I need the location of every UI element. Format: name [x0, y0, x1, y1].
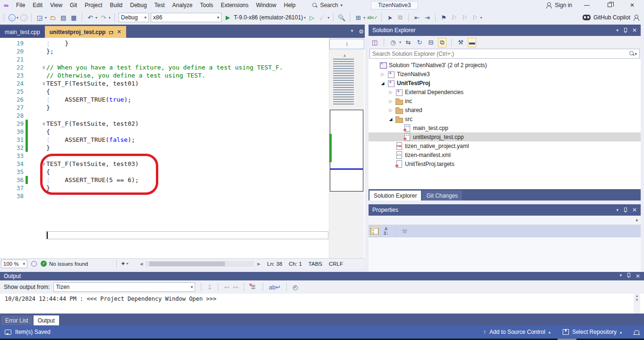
previous-message-icon[interactable]: ↤ [224, 284, 229, 291]
hscroll-thumb[interactable] [149, 262, 225, 266]
tab-git-changes[interactable]: Git Changes [422, 191, 462, 201]
fold-collapse-icon[interactable]: ∨ [30, 120, 46, 128]
tree-item-main-test-cpp[interactable]: main_test.cpp [369, 123, 641, 132]
properties-title-bar[interactable]: Properties ▾ ✕ [369, 204, 641, 216]
output-vertical-scrollbar[interactable]: ▲ ▼ [634, 294, 640, 314]
sign-in-button[interactable]: Sign in [546, 2, 572, 9]
output-log[interactable]: 10/8/2024 12:44:44 PM : <<< Project Depe… [0, 294, 644, 314]
tree-expander-icon[interactable]: ▷ [380, 72, 385, 77]
property-pages-wrench-icon[interactable]: ⚒ [400, 227, 409, 236]
sync-with-active-document-icon[interactable]: ⇆ [404, 38, 412, 47]
categorized-view-icon[interactable] [370, 227, 379, 236]
hscroll-right-arrow[interactable]: ▶ [257, 262, 260, 266]
tree-expander-icon[interactable]: ▷ [388, 108, 393, 113]
fold-collapse-icon[interactable]: ∨ [30, 63, 46, 71]
scroll-up-icon[interactable]: ▲ [343, 53, 347, 58]
menu-item-project[interactable]: Project [81, 1, 106, 9]
start-without-debug-button[interactable]: ▷ [308, 13, 316, 22]
code-line-24[interactable]: 24∨TEST_F(TestSuite, test01) [0, 79, 329, 87]
panel-splitter[interactable] [365, 25, 369, 269]
tab-unittestproj-test-cpp[interactable]: unittestproj_test.cpp ✕ [45, 26, 126, 38]
github-copilot-button[interactable]: GitHub Copilot [583, 14, 644, 21]
clear-all-icon[interactable] [250, 284, 257, 290]
solution-search-input[interactable] [372, 51, 629, 57]
issues-status[interactable]: No issues found [49, 261, 88, 267]
start-debug-button[interactable]: ▶ [223, 13, 232, 22]
open-file-button[interactable]: 🗀 [49, 13, 57, 22]
tree-item-shared[interactable]: ▷shared [369, 105, 641, 114]
feedback-bubble-icon[interactable] [5, 330, 11, 335]
bookmark-prev-icon[interactable]: ⚐ [450, 13, 458, 22]
bookmark-toggle-icon[interactable]: ⚑ [439, 13, 448, 22]
search-options-dropdown[interactable]: ▾ [635, 52, 637, 56]
fold-collapse-icon[interactable]: ∨ [30, 79, 46, 87]
menu-item-window[interactable]: Window [252, 1, 280, 9]
platform-dropdown[interactable]: x86 ▾ [151, 13, 222, 22]
pin-tab-icon[interactable] [109, 30, 113, 35]
toolbar-overflow-dropdown[interactable]: ▾ [480, 16, 482, 20]
menu-item-analyze[interactable]: Analyze [169, 1, 197, 9]
toolbar-drag-handle[interactable] [2, 13, 5, 22]
code-line-29[interactable]: 29∨TEST_F(TestSuite, test02) [0, 120, 329, 128]
close-tab-icon[interactable]: ✕ [117, 29, 121, 35]
pin-panel-icon[interactable] [627, 273, 631, 278]
code-line-21[interactable]: 21 [0, 55, 329, 63]
new-project-button[interactable]: ◲ [35, 13, 44, 22]
hscroll-left-arrow[interactable]: ◀ [139, 262, 143, 266]
tree-item-solution-tizennative3-2-of-2-projects[interactable]: Solution 'TizenNative3' (2 of 2 projects… [369, 61, 641, 70]
word-wrap-icon[interactable]: ab↵ [269, 284, 281, 291]
output-source-dropdown[interactable]: Tizen ▾ [53, 282, 195, 292]
new-project-dropdown[interactable]: ▾ [45, 16, 47, 20]
menu-item-build[interactable]: Build [106, 1, 127, 9]
scroll-up-icon[interactable]: ▲ [636, 294, 638, 298]
code-cleanup-dropdown[interactable]: ▾ [126, 262, 128, 266]
code-line-31[interactable]: 31¦ ASSERT_TRUE(false); [0, 136, 329, 144]
code-editor[interactable]: 19¦ }20};2122∨// When you have a test fi… [0, 38, 368, 258]
eol-indicator[interactable]: CRLF [329, 261, 343, 267]
solution-search-box[interactable]: ▾ [369, 49, 640, 59]
restore-button[interactable] [601, 2, 618, 9]
save-all-button[interactable]: ▦ [69, 13, 78, 22]
menu-item-extensions[interactable]: Extensions [217, 1, 252, 9]
split-editor-handle[interactable]: ↕ [329, 39, 364, 49]
solution-windows-icon[interactable]: ⊞ [354, 13, 362, 22]
navigate-back-button[interactable]: ← [9, 14, 16, 21]
next-message-icon[interactable]: ↦ [233, 284, 238, 291]
tree-item-unittestproj-targets[interactable]: UnitTestProj.targets [369, 159, 641, 168]
tree-item-unittestproj[interactable]: ◢UnitTestProj [369, 78, 641, 87]
code-line-23[interactable]: 23// Otherwise, you define a test using … [0, 71, 329, 79]
bookmark-next-icon[interactable]: ⚐ [460, 13, 469, 22]
tab-output[interactable]: Output [34, 315, 59, 325]
code-line-30[interactable]: 30{ [0, 128, 329, 136]
close-panel-icon[interactable]: ✕ [635, 273, 640, 279]
bookmark-clear-icon[interactable]: ⚐ [471, 13, 479, 22]
tree-item-tizen-manifest-xml[interactable]: tizen-manifest.xml [369, 150, 641, 159]
properties-object-dropdown[interactable]: ▾ [369, 216, 641, 225]
close-panel-icon[interactable]: ✕ [632, 207, 637, 213]
indent-increase-icon[interactable]: ⇥ [423, 13, 431, 22]
goto-message-icon[interactable]: ↧ [207, 284, 212, 291]
tab-solution-explorer[interactable]: Solution Explorer [369, 191, 421, 201]
undo-button[interactable]: ↶ [86, 13, 94, 22]
window-position-dropdown[interactable]: ▾ [616, 28, 618, 33]
refresh-icon[interactable]: ↻ [415, 38, 424, 47]
code-line-20[interactable]: 20}; [0, 47, 329, 55]
code-line-26[interactable]: 26¦ ASSERT_TRUE(true); [0, 96, 329, 104]
hot-reload-dropdown[interactable]: ▾ [327, 16, 329, 20]
minimize-button[interactable]: — [579, 2, 595, 9]
tree-item-src[interactable]: ◢src [369, 114, 641, 123]
select-repository-button[interactable]: Select Repository ▴ [563, 329, 622, 335]
duplicate-icon[interactable]: ⧉ [396, 13, 404, 22]
code-line-25[interactable]: 25{ [0, 87, 329, 96]
undo-dropdown[interactable]: ▾ [95, 16, 97, 20]
solution-explorer-title-bar[interactable]: Solution Explorer ▾ ✕ [369, 25, 641, 36]
minimap[interactable]: ↕ ▲ [329, 38, 364, 258]
output-title-bar[interactable]: Output ▾ ✕ [0, 272, 644, 280]
close-button[interactable]: ✕ [624, 2, 640, 9]
navigate-cursor-icon[interactable]: ➤ [386, 13, 394, 22]
find-in-files-icon[interactable]: 🔍 [337, 13, 346, 22]
tree-expander-icon[interactable]: ◢ [388, 117, 393, 122]
run-target-label[interactable]: T-9.0-x86 (emulator-26101) [234, 14, 303, 21]
titlebar-search[interactable]: Search ▾ [312, 2, 343, 9]
configuration-dropdown[interactable]: Debug ▾ [119, 13, 149, 22]
